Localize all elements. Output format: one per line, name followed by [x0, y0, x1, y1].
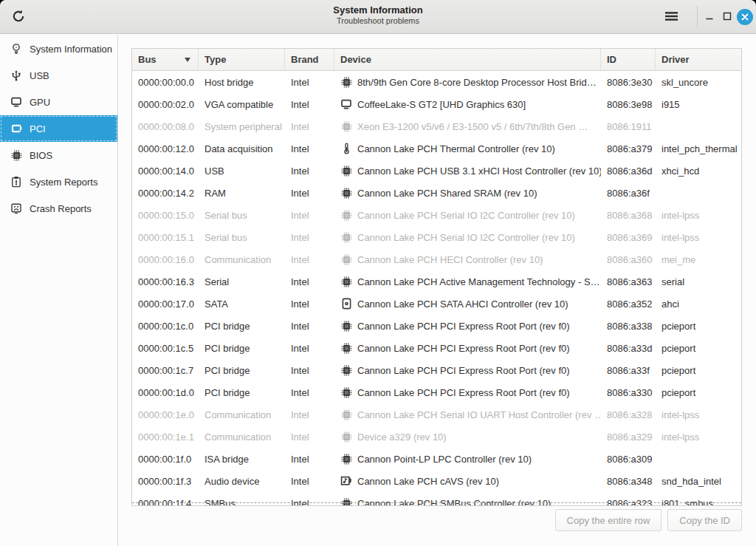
window-subtitle: Troubleshoot problems	[0, 16, 756, 25]
sidebar-item-label: System Reports	[30, 177, 97, 188]
table-row[interactable]: 0000:00:16.3SerialIntelCannon Lake PCH A…	[132, 270, 741, 293]
sidebar-item-usb[interactable]: USB	[0, 62, 117, 89]
cell-id: 8086:a352	[601, 298, 656, 310]
device-name: Cannon Lake PCH Serial IO I2C Controller…	[357, 232, 575, 243]
cell-bus: 0000:00:16.0	[132, 254, 199, 265]
device-name: CoffeeLake-S GT2 [UHD Graphics 630]	[357, 99, 526, 110]
table-row[interactable]: 0000:00:14.2RAMIntelCannon Lake PCH Shar…	[132, 182, 741, 204]
pci-device-table: BusTypeBrandDeviceIDDriver 0000:00:00.0H…	[131, 48, 742, 506]
cell-device: 8th/9th Gen Core 8-core Desktop Processo…	[334, 76, 601, 88]
sidebar-item-gpu[interactable]: GPU	[0, 89, 117, 115]
cell-device: Cannon Lake PCH Serial IO I2C Controller…	[334, 231, 601, 243]
cell-device: Cannon Lake PCH SMBus Controller (rev 10…	[334, 497, 601, 506]
sidebar-item-bios[interactable]: BIOS	[0, 142, 117, 168]
sidebar-item-label: PCI	[30, 123, 46, 134]
column-header-type[interactable]: Type	[199, 49, 285, 70]
cell-device: Cannon Lake PCH Thermal Controller (rev …	[334, 143, 601, 154]
cell-device: Cannon Lake PCH USB 3.1 xHCI Host Contro…	[334, 165, 601, 177]
close-icon	[737, 9, 753, 25]
copy-entire-row-button[interactable]: Copy the entire row	[555, 509, 662, 531]
table-row[interactable]: 0000:00:00.0Host bridgeIntel8th/9th Gen …	[132, 71, 741, 93]
chip-icon	[340, 453, 352, 465]
sidebar-item-crash-reports[interactable]: Crash Reports	[0, 195, 117, 222]
cell-brand: Intel	[285, 232, 334, 243]
chip-icon	[340, 409, 352, 420]
cell-brand: Intel	[285, 365, 334, 376]
table-row[interactable]: 0000:00:12.0Data acquisitionIntelCannon …	[132, 137, 741, 160]
copy-id-button[interactable]: Copy the ID	[667, 509, 742, 531]
cell-bus: 0000:00:08.0	[132, 121, 199, 132]
column-header-label: Device	[340, 54, 371, 65]
chip-icon	[340, 187, 352, 199]
table-row[interactable]: 0000:00:02.0VGA compatibleIntelCoffeeLak…	[132, 93, 741, 115]
cell-driver: intel-lpss	[656, 210, 742, 221]
crash-face-icon	[10, 202, 23, 215]
cell-bus: 0000:00:1e.1	[132, 431, 199, 443]
device-name: Cannon Lake PCH HECI Controller (rev 10)	[357, 254, 543, 265]
refresh-button[interactable]	[7, 6, 30, 28]
table-row[interactable]: 0000:00:16.0CommunicationIntelCannon Lak…	[132, 248, 741, 270]
cell-type: ISA bridge	[199, 454, 285, 465]
cell-brand: Intel	[285, 188, 334, 199]
sidebar-item-system-information[interactable]: System Information	[0, 35, 117, 62]
footer-actions: Copy the entire row Copy the ID	[555, 509, 742, 531]
cell-brand: Intel	[285, 321, 334, 332]
table-row[interactable]: 0000:00:08.0System peripheralIntelXeon E…	[132, 115, 741, 137]
cell-driver: i801_smbus	[656, 498, 742, 507]
chip-icon	[340, 231, 352, 243]
column-header-driver[interactable]: Driver	[656, 49, 742, 70]
cell-driver: ahci	[656, 298, 742, 310]
close-button[interactable]	[732, 6, 756, 28]
sidebar-item-label: Crash Reports	[30, 203, 92, 214]
cell-type: Serial	[199, 276, 285, 287]
table-row[interactable]: 0000:00:1f.3Audio deviceIntelCannon Lake…	[132, 470, 741, 492]
device-name: Cannon Lake PCH PCI Express Root Port (r…	[357, 343, 570, 354]
cell-driver: pcieport	[656, 387, 742, 398]
chip-icon	[340, 165, 352, 177]
cell-brand: Intel	[285, 77, 334, 88]
table-row[interactable]: 0000:00:1e.1CommunicationIntelDevice a32…	[132, 426, 741, 448]
cell-brand: Intel	[285, 454, 334, 465]
cell-id: 8086:a330	[601, 387, 656, 398]
cell-type: Communication	[199, 431, 285, 443]
cell-type: PCI bridge	[199, 343, 285, 354]
column-header-device[interactable]: Device	[334, 49, 601, 70]
cell-brand: Intel	[285, 409, 334, 420]
cell-type: SMBus	[199, 498, 285, 507]
column-header-bus[interactable]: Bus	[132, 49, 199, 70]
table-row[interactable]: 0000:00:17.0SATAIntelCannon Lake PCH SAT…	[132, 293, 741, 315]
cell-brand: Intel	[285, 343, 334, 354]
monitor-icon	[340, 98, 352, 110]
table-row[interactable]: 0000:00:1c.7PCI bridgeIntelCannon Lake P…	[132, 359, 741, 381]
table-row[interactable]: 0000:00:1e.0CommunicationIntelCannon Lak…	[132, 403, 741, 426]
titlebar-titles: System Information Troubleshoot problems	[0, 4, 756, 25]
hamburger-menu-icon	[664, 10, 678, 24]
system-information-window: System Information Troubleshoot problems…	[0, 0, 756, 546]
sidebar: System InformationUSBGPUPCIBIOSSystem Re…	[0, 35, 118, 546]
cell-driver: intel-lpss	[656, 232, 742, 243]
table-row[interactable]: 0000:00:15.1Serial busIntelCannon Lake P…	[132, 226, 741, 248]
sidebar-item-pci[interactable]: PCI	[0, 115, 117, 142]
table-row[interactable]: 0000:00:14.0USBIntelCannon Lake PCH USB …	[132, 160, 741, 182]
column-header-id[interactable]: ID	[601, 49, 656, 70]
cell-driver: intel_pch_thermal	[656, 143, 742, 154]
table-row[interactable]: 0000:00:1c.0PCI bridgeIntelCannon Lake P…	[132, 315, 741, 337]
cell-type: RAM	[199, 188, 285, 199]
hamburger-menu-button[interactable]	[660, 6, 682, 28]
sidebar-item-system-reports[interactable]: System Reports	[0, 168, 117, 195]
device-name: Cannon Lake PCH Serial IO I2C Controller…	[357, 210, 575, 221]
cell-brand: Intel	[285, 143, 334, 154]
device-name: Cannon Lake PCH Active Management Techno…	[357, 276, 600, 287]
sidebar-item-label: GPU	[30, 97, 50, 108]
table-row[interactable]: 0000:00:1d.0PCI bridgeIntelCannon Lake P…	[132, 381, 741, 403]
table-row[interactable]: 0000:00:1f.0ISA bridgeIntelCannon Point-…	[132, 448, 741, 470]
cell-device: Cannon Lake PCH Serial IO UART Host Cont…	[334, 409, 601, 420]
table-row[interactable]: 0000:00:15.0Serial busIntelCannon Lake P…	[132, 204, 741, 226]
table-row[interactable]: 0000:00:1f.4SMBusIntelCannon Lake PCH SM…	[132, 492, 741, 506]
table-row[interactable]: 0000:00:1c.5PCI bridgeIntelCannon Lake P…	[132, 337, 741, 359]
cell-driver: pcieport	[656, 343, 742, 354]
cell-bus: 0000:00:17.0	[132, 298, 199, 310]
column-header-brand[interactable]: Brand	[285, 49, 334, 70]
usb-icon	[10, 69, 23, 82]
cell-id: 8086:a323	[601, 498, 656, 507]
